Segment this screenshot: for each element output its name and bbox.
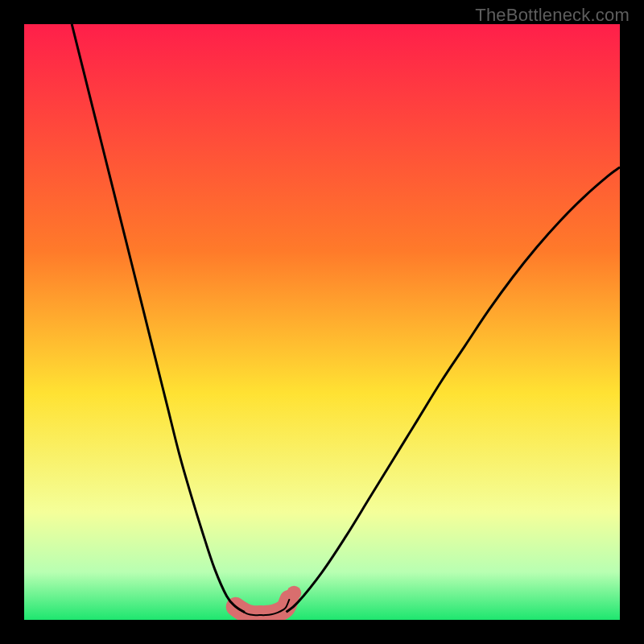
highlight-end-dot xyxy=(287,586,301,601)
chart-frame: TheBottleneck.com xyxy=(0,0,644,644)
bottleneck-plot-area xyxy=(24,24,620,620)
plot-svg xyxy=(24,24,620,620)
gradient-background xyxy=(24,24,620,620)
watermark-text: TheBottleneck.com xyxy=(475,5,630,26)
